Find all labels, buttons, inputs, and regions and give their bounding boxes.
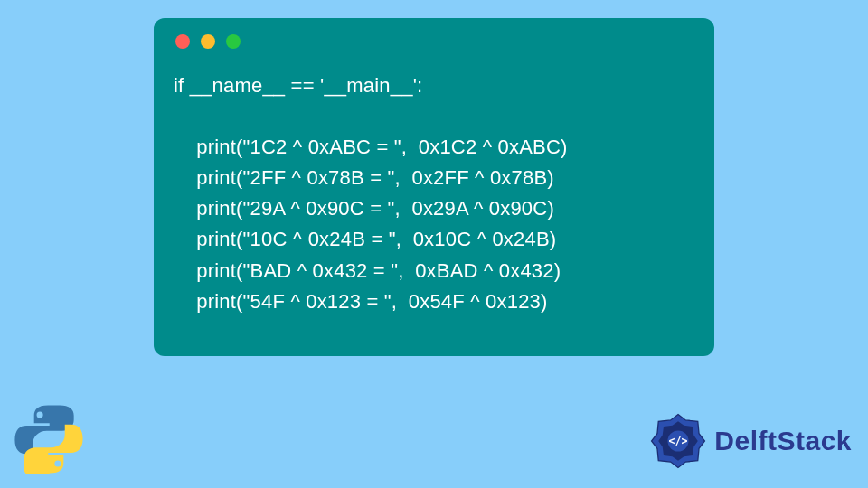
code-window: if __name__ == '__main__': print("1C2 ^ … xyxy=(154,18,714,356)
svg-text:</>: </> xyxy=(669,435,688,447)
traffic-lights xyxy=(175,34,694,49)
python-logo-icon xyxy=(14,404,84,474)
delftstack-badge-icon: </> xyxy=(649,412,707,470)
maximize-icon xyxy=(226,34,241,49)
code-snippet: if __name__ == '__main__': print("1C2 ^ … xyxy=(174,70,694,317)
minimize-icon xyxy=(201,34,215,49)
delftstack-logo: </> DelftStack xyxy=(649,412,852,470)
stage: if __name__ == '__main__': print("1C2 ^ … xyxy=(0,0,868,488)
delftstack-label: DelftStack xyxy=(714,426,852,456)
close-icon xyxy=(175,34,190,49)
